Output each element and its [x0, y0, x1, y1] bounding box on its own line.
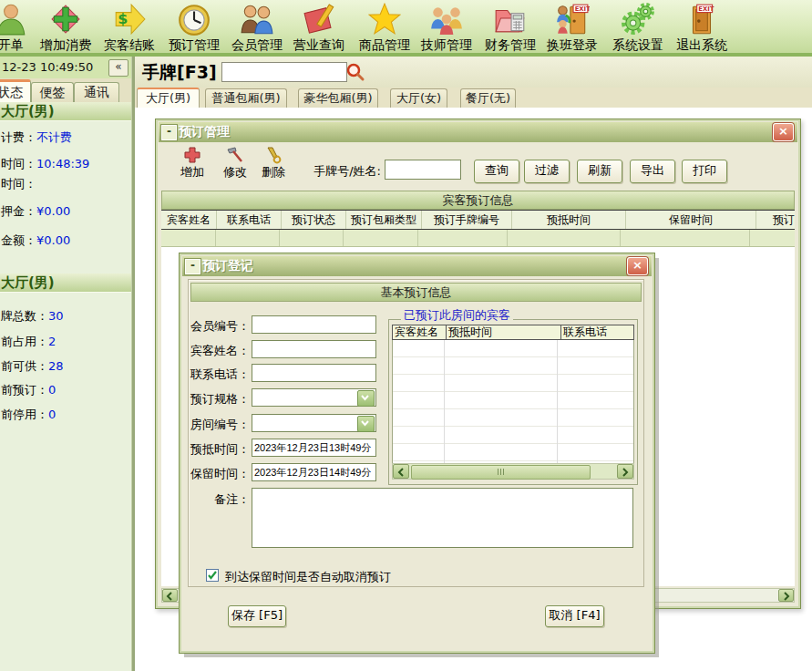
- column-header[interactable]: 宾客姓名: [393, 325, 447, 339]
- close-icon[interactable]: ×: [773, 123, 794, 141]
- tag-or-name-label: 手牌号/姓名:: [294, 163, 381, 180]
- minimize-icon[interactable]: -: [185, 259, 200, 274]
- toolbar-item-finance-management[interactable]: 财务管理: [478, 2, 542, 53]
- sidebar-tab-comms[interactable]: 通讯: [74, 82, 119, 102]
- chevron-down-icon[interactable]: [357, 390, 375, 407]
- scroll-right-icon[interactable]: [778, 589, 794, 602]
- toolbar-label: 营业查询: [287, 38, 351, 51]
- column-header[interactable]: 宾客姓名: [161, 211, 217, 229]
- dialog-title: 预订管理: [179, 124, 230, 140]
- room-tab-hall-male[interactable]: 大厅(男): [137, 88, 200, 109]
- refresh-button[interactable]: 刷新: [577, 160, 622, 183]
- booking-spec-label: 预订规格：: [180, 391, 250, 408]
- toolbar-item-guest-checkout[interactable]: $ 宾客结账: [98, 2, 161, 53]
- scroll-right-icon[interactable]: [617, 464, 633, 479]
- notes-textarea[interactable]: [252, 488, 633, 548]
- hold-time-input[interactable]: [252, 463, 376, 481]
- sidebar-tab-status[interactable]: 状态: [0, 79, 31, 102]
- room-tab-restaurant[interactable]: 餐厅(无): [460, 88, 516, 108]
- status-row: 前占用：2: [1, 334, 56, 350]
- auto-cancel-label[interactable]: 到达保留时间是否自动取消预订: [225, 569, 391, 585]
- column-header[interactable]: 预订: [756, 211, 795, 229]
- status-row: 金额：¥0.00: [1, 232, 70, 249]
- export-button[interactable]: 导出: [630, 160, 675, 183]
- system-settings-icon: [606, 2, 670, 38]
- booking-table-header: 宾客姓名 联系电话 预订状态 预订包厢类型 预订手牌编号 预抵时间 保留时间 预…: [161, 210, 795, 230]
- print-button[interactable]: 打印: [682, 160, 727, 183]
- column-header[interactable]: 预订状态: [282, 211, 346, 229]
- booking-register-titlebar[interactable]: - 预订登记 ×: [182, 256, 652, 276]
- hold-time-label: 保留时间：: [180, 466, 250, 482]
- booking-spec-select[interactable]: [252, 388, 376, 407]
- column-header[interactable]: 联系电话: [561, 325, 633, 339]
- column-header[interactable]: 预抵时间: [447, 325, 561, 339]
- hand-tag-label: 手牌[F3]: [142, 61, 217, 85]
- room-guests-title: 已预订此房间的宾客: [401, 307, 513, 324]
- toolbar-item-exit-system[interactable]: EXIT 退出系统: [670, 2, 734, 53]
- column-header[interactable]: 预订包厢类型: [346, 211, 422, 229]
- edit-icon: [226, 146, 244, 163]
- status-row: 押金：¥0.00: [1, 203, 70, 220]
- toolbar-item-member-management[interactable]: 会员管理: [225, 2, 289, 53]
- toolbar-item-system-settings[interactable]: 系统设置: [606, 2, 670, 53]
- toolbar-label: 增加消费: [34, 38, 98, 51]
- delete-icon: [264, 146, 283, 163]
- chevron-down-icon[interactable]: [357, 416, 375, 432]
- filter-button[interactable]: 过滤: [524, 160, 570, 183]
- scroll-left-icon[interactable]: [393, 464, 409, 479]
- save-button[interactable]: 保存 [F5]: [228, 605, 286, 627]
- tool-label: 删除: [255, 164, 292, 181]
- sidebar-section-title: 大厅(男): [0, 102, 131, 121]
- booking-manager-titlebar[interactable]: - 预订管理 ×: [159, 122, 797, 142]
- member-id-input[interactable]: [252, 315, 376, 334]
- sidebar-tab-notes[interactable]: 便签: [31, 82, 74, 102]
- toolbar-label: 换班登录: [540, 38, 604, 51]
- top-toolbar: 开单 增加消费 $ 宾客结账 预订管理 会员管理 营业查询 商品管理 技师管理: [0, 0, 812, 57]
- column-header[interactable]: 预订手牌编号: [422, 211, 512, 229]
- add-booking-button[interactable]: 增加: [174, 146, 211, 181]
- sidebar-datetime-bar: 12-23 10:49:50 «: [0, 57, 131, 78]
- cancel-button[interactable]: 取消 [F4]: [545, 605, 604, 627]
- toolbar-item-reservation-management[interactable]: 预订管理: [162, 2, 226, 53]
- member-id-label: 会员编号：: [180, 318, 250, 335]
- hand-tag-search-input[interactable]: [221, 62, 347, 82]
- search-icon[interactable]: [345, 62, 365, 82]
- sidebar-tabs: 状态 便签 通讯: [0, 78, 131, 102]
- auto-cancel-checkbox[interactable]: [206, 569, 219, 582]
- empty-booking-row[interactable]: [161, 230, 795, 247]
- toolbar-item-technician-management[interactable]: 技师管理: [415, 2, 478, 53]
- toolbar-item-shift-login[interactable]: EXIT 换班登录: [540, 2, 604, 53]
- phone-input[interactable]: [252, 364, 376, 382]
- room-tab-hall-female[interactable]: 大厅(女): [390, 88, 447, 108]
- sidebar-status-panel: 大厅(男) 计费：不计费 时间：10:48:39 时间： 押金：¥0.00 金额…: [0, 102, 131, 671]
- hand-tag-header: 手牌[F3]: [135, 57, 812, 88]
- room-guests-table-body[interactable]: [392, 340, 634, 463]
- tag-or-name-input[interactable]: [385, 160, 461, 180]
- room-tab-standard-room-male[interactable]: 普通包厢(男): [205, 88, 287, 108]
- column-header[interactable]: 联系电话: [217, 211, 282, 229]
- column-header[interactable]: 保留时间: [626, 211, 756, 229]
- delete-booking-button[interactable]: 删除: [255, 146, 292, 181]
- arrival-time-input[interactable]: [252, 439, 376, 457]
- add-consumption-icon: [34, 2, 98, 38]
- scroll-left-icon[interactable]: [162, 589, 178, 602]
- room-number-select[interactable]: [252, 414, 376, 432]
- column-header[interactable]: 预抵时间: [512, 211, 626, 229]
- toolbar-item-business-query[interactable]: 营业查询: [287, 2, 351, 53]
- scrollbar-thumb[interactable]: [411, 465, 591, 480]
- sidebar-collapse-button[interactable]: «: [108, 59, 128, 77]
- room-guests-hscrollbar[interactable]: [392, 463, 634, 480]
- toolbar-label: 预订管理: [162, 38, 226, 51]
- room-guests-table-header: 宾客姓名 预抵时间 联系电话: [392, 325, 634, 340]
- shift-login-icon: EXIT: [540, 2, 604, 38]
- minimize-icon[interactable]: -: [161, 125, 177, 140]
- add-icon: [183, 146, 201, 163]
- toolbar-item-add-consumption[interactable]: 增加消费: [34, 2, 98, 53]
- dialog-title: 预订登记: [202, 258, 253, 274]
- close-icon[interactable]: ×: [627, 257, 648, 275]
- query-button[interactable]: 查询: [474, 160, 519, 183]
- toolbar-item-product-management[interactable]: 商品管理: [353, 2, 416, 53]
- guest-name-input[interactable]: [252, 340, 376, 358]
- room-tab-deluxe-room-male[interactable]: 豪华包厢(男): [298, 88, 378, 108]
- edit-booking-button[interactable]: 修改: [217, 146, 253, 181]
